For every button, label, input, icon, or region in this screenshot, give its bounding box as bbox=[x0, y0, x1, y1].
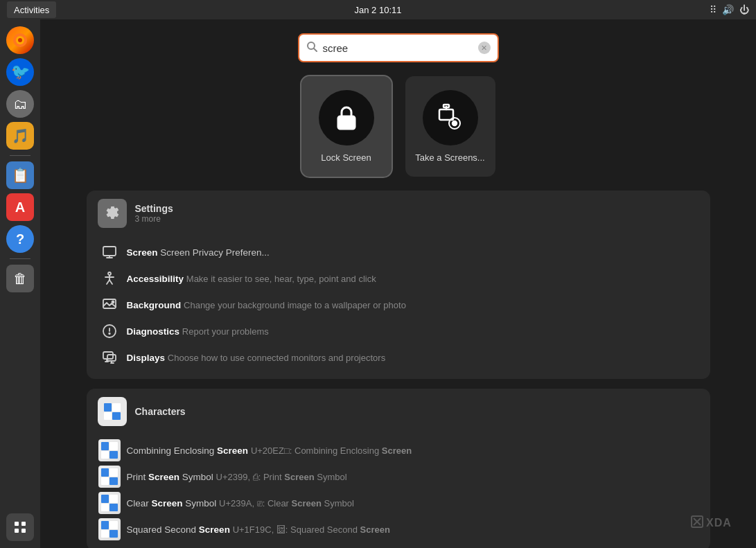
screenshot-icon-circle bbox=[423, 90, 478, 145]
squared-result-text: Squared Second Screen U+1F19C, 🆜: Square… bbox=[127, 524, 390, 535]
combining-label: Combining Enclosing bbox=[127, 445, 218, 456]
sidebar-item-rhythmbox[interactable]: 🎵 bbox=[6, 122, 34, 150]
sidebar-item-notes[interactable]: 📋 bbox=[6, 161, 34, 189]
combining-result-text: Combining Enclosing Screen U+20EZ□: Comb… bbox=[127, 445, 412, 456]
sidebar-item-firefox[interactable] bbox=[6, 26, 34, 54]
characters-app-name: Characters bbox=[135, 406, 186, 417]
print-keyword: Screen bbox=[148, 472, 179, 482]
background-result-icon bbox=[100, 296, 118, 314]
settings-result-diagnostics[interactable]: Diagnostics Report your problems bbox=[98, 318, 699, 344]
sidebar-item-appstore[interactable]: A bbox=[6, 193, 34, 221]
svg-point-29 bbox=[109, 333, 110, 335]
char-tile-cell-4 bbox=[112, 412, 121, 421]
topbar-datetime: Jan 2 10:11 bbox=[355, 5, 402, 15]
search-icon bbox=[306, 41, 317, 55]
clear-char-icon bbox=[100, 494, 118, 512]
displays-keyword: Displays bbox=[127, 353, 166, 363]
characters-app-icon bbox=[98, 397, 127, 426]
diagnostics-desc: Report your problems bbox=[182, 326, 269, 337]
accessibility-icon bbox=[102, 271, 117, 286]
settings-app-sub: 3 more bbox=[135, 214, 173, 224]
displays-result-icon bbox=[100, 348, 118, 366]
search-box: ✕ bbox=[298, 33, 499, 62]
combining-keyword: Screen bbox=[217, 445, 248, 456]
sidebar-item-files[interactable]: 🗂 bbox=[6, 90, 34, 118]
settings-section-header: Settings 3 more bbox=[98, 199, 699, 232]
screenshot-label: Take a Screens... bbox=[415, 152, 484, 163]
app-result-screenshot[interactable]: Take a Screens... bbox=[405, 76, 495, 177]
svg-rect-17 bbox=[103, 247, 116, 256]
diagnostics-keyword: Diagnostics bbox=[127, 326, 180, 337]
settings-result-diagnostics-text: Diagnostics Report your problems bbox=[127, 326, 269, 337]
characters-result-squared[interactable]: Squared Second Screen U+1F19C, 🆜: Square… bbox=[98, 516, 699, 542]
monitor-icon bbox=[102, 245, 117, 260]
search-input[interactable] bbox=[323, 42, 473, 54]
print-char-tile bbox=[98, 466, 121, 488]
clear-desc: U+239A, ⎚: Clear Screen Symbol bbox=[219, 498, 354, 509]
topbar: Activities Jan 2 10:11 ⠿ 🔊 ⏻ bbox=[0, 0, 756, 19]
characters-result-print[interactable]: Print Screen Symbol U+2399, ⎙: Print Scr… bbox=[98, 463, 699, 490]
xda-watermark: XDA bbox=[691, 515, 746, 538]
background-desc: Change your background image to a wallpa… bbox=[184, 300, 406, 310]
sidebar: 🐦 🗂 🎵 📋 A ? 🗑 bbox=[0, 19, 40, 548]
svg-point-14 bbox=[452, 121, 457, 125]
characters-tile-inner bbox=[104, 403, 121, 420]
sidebar-item-trash[interactable]: 🗑 bbox=[6, 265, 34, 292]
background-icon bbox=[102, 297, 117, 312]
diagnostics-result-icon bbox=[100, 322, 118, 340]
screenshot-icon bbox=[435, 103, 466, 133]
settings-result-screen[interactable]: Screen Screen Privacy Preferen... bbox=[98, 239, 699, 265]
svg-rect-31 bbox=[107, 355, 116, 361]
svg-rect-11 bbox=[345, 122, 347, 125]
svg-rect-4 bbox=[21, 522, 26, 526]
settings-result-accessibility[interactable]: Accessibility Make it easier to see, hea… bbox=[98, 265, 699, 292]
characters-section-info: Characters bbox=[135, 406, 186, 417]
print-desc: U+2399, ⎙: Print Screen Symbol bbox=[216, 472, 347, 482]
svg-text:XDA: XDA bbox=[706, 517, 732, 529]
lock-screen-label: Lock Screen bbox=[321, 152, 371, 163]
clear-result-text: Clear Screen Symbol U+239A, ⎚: Clear Scr… bbox=[127, 498, 354, 509]
settings-result-displays[interactable]: Displays Choose how to use connected mon… bbox=[98, 344, 699, 371]
clear-label: Clear Screen Symbol bbox=[127, 498, 217, 509]
lock-screen-icon-circle bbox=[319, 90, 374, 145]
char-tile-cell-3 bbox=[104, 412, 112, 421]
characters-result-clear[interactable]: Clear Screen Symbol U+239A, ⎚: Clear Scr… bbox=[98, 490, 699, 516]
power-icon: ⏻ bbox=[739, 4, 749, 15]
print-char-icon bbox=[100, 468, 118, 486]
app-grid-button[interactable] bbox=[6, 513, 34, 541]
sidebar-divider-1 bbox=[10, 155, 30, 156]
svg-line-23 bbox=[107, 280, 109, 284]
characters-section-header: Characters bbox=[98, 397, 699, 430]
displays-icon bbox=[102, 350, 117, 365]
char-tile-cell-2 bbox=[112, 403, 121, 412]
settings-app-icon bbox=[98, 199, 127, 228]
sidebar-item-help[interactable]: ? bbox=[6, 225, 34, 253]
sidebar-divider-2 bbox=[10, 258, 30, 259]
combining-desc: U+20EZ□: Combining Enclosing Screen bbox=[251, 445, 412, 456]
clear-keyword: Screen bbox=[152, 498, 183, 509]
volume-icon: 🔊 bbox=[722, 4, 734, 15]
settings-app-name: Settings bbox=[135, 203, 173, 214]
gear-icon bbox=[104, 205, 121, 222]
characters-result-combining[interactable]: Combining Enclosing Screen U+20EZ□: Comb… bbox=[98, 437, 699, 463]
combining-char-icon bbox=[100, 441, 118, 459]
search-clear-button[interactable]: ✕ bbox=[478, 42, 491, 54]
app-result-lock-screen[interactable]: Lock Screen bbox=[301, 76, 392, 177]
displays-desc: Choose how to use connected monitors and… bbox=[168, 353, 385, 363]
combining-char-tile bbox=[98, 439, 121, 461]
background-keyword: Background bbox=[127, 300, 182, 310]
sidebar-item-thunderbird[interactable]: 🐦 bbox=[6, 58, 34, 86]
svg-point-2 bbox=[18, 38, 22, 42]
squared-desc: U+1F19C, 🆜: Squared Second Screen bbox=[233, 524, 390, 535]
squared-keyword: Screen bbox=[199, 524, 230, 535]
clear-char-tile bbox=[98, 492, 121, 514]
settings-result-screen-text: Screen Screen Privacy Preferen... bbox=[127, 247, 270, 258]
print-label: Print Screen Symbol bbox=[127, 472, 213, 482]
settings-result-background[interactable]: Background Change your background image … bbox=[98, 292, 699, 318]
lock-icon bbox=[331, 103, 362, 133]
squared-label: Squared Second Screen bbox=[127, 524, 230, 535]
char-tile-cell-1 bbox=[104, 403, 112, 412]
activities-button[interactable]: Activities bbox=[7, 1, 56, 18]
svg-line-8 bbox=[314, 48, 317, 51]
search-container: ✕ bbox=[298, 33, 499, 62]
